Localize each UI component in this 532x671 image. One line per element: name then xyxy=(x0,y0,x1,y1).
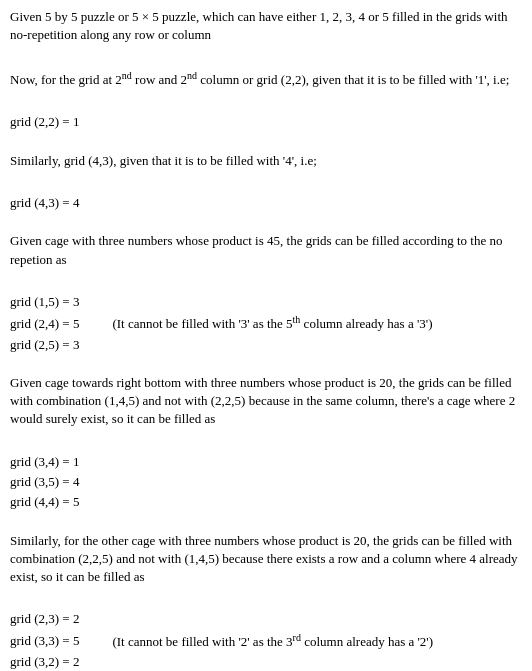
grid-eq-1: grid (2,2) = 1 xyxy=(10,113,522,131)
grid-eq-5: grid (2,5) = 3 xyxy=(10,336,522,354)
grid-eq-10-text: grid (3,3) = 5 xyxy=(10,634,79,649)
grid-eq-9-text: grid (2,3) = 2 xyxy=(10,611,79,626)
main-content: Given 5 by 5 puzzle or 5 × 5 puzzle, whi… xyxy=(10,8,522,671)
grid-eq-11-text: grid (3,2) = 2 xyxy=(10,654,79,669)
text-p2: Now, for the grid at 2nd row and 2nd col… xyxy=(10,72,509,87)
grid-eq-3: grid (1,5) = 3 xyxy=(10,293,522,311)
grid-eq-8: grid (4,4) = 5 xyxy=(10,493,522,511)
grid-eq-9: grid (2,3) = 2 xyxy=(10,610,522,628)
grid-eq-8-text: grid (4,4) = 5 xyxy=(10,494,79,509)
text-p4: Given cage with three numbers whose prod… xyxy=(10,233,502,266)
text-p3: Similarly, grid (4,3), given that it is … xyxy=(10,153,317,168)
grid-eq-10-note: (It cannot be filled with '2' as the 3rd… xyxy=(103,634,433,649)
text-p5: Given cage towards right bottom with thr… xyxy=(10,375,515,426)
paragraph-4: Given cage with three numbers whose prod… xyxy=(10,232,522,268)
text-p1: Given 5 by 5 puzzle or 5 × 5 puzzle, whi… xyxy=(10,9,508,42)
grid-eq-7: grid (3,5) = 4 xyxy=(10,473,522,491)
grid-eq-5-text: grid (2,5) = 3 xyxy=(10,337,79,352)
paragraph-2: Now, for the grid at 2nd row and 2nd col… xyxy=(10,69,522,90)
paragraph-5: Given cage towards right bottom with thr… xyxy=(10,374,522,429)
grid-eq-1-text: grid (2,2) = 1 xyxy=(10,114,79,129)
grid-eq-10: grid (3,3) = 5 (It cannot be filled with… xyxy=(10,630,522,651)
text-p6: Similarly, for the other cage with three… xyxy=(10,533,518,584)
grid-eq-4-text: grid (2,4) = 5 xyxy=(10,316,79,331)
grid-eq-2: grid (4,3) = 4 xyxy=(10,194,522,212)
grid-eq-7-text: grid (3,5) = 4 xyxy=(10,474,79,489)
grid-eq-2-text: grid (4,3) = 4 xyxy=(10,195,79,210)
grid-eq-4: grid (2,4) = 5 (It cannot be filled with… xyxy=(10,313,522,334)
paragraph-6: Similarly, for the other cage with three… xyxy=(10,532,522,587)
grid-eq-3-text: grid (1,5) = 3 xyxy=(10,294,79,309)
grid-eq-11: grid (3,2) = 2 xyxy=(10,653,522,671)
grid-eq-6: grid (3,4) = 1 xyxy=(10,453,522,471)
paragraph-1: Given 5 by 5 puzzle or 5 × 5 puzzle, whi… xyxy=(10,8,522,44)
grid-eq-4-note: (It cannot be filled with '3' as the 5th… xyxy=(103,316,433,331)
grid-eq-6-text: grid (3,4) = 1 xyxy=(10,454,79,469)
paragraph-3: Similarly, grid (4,3), given that it is … xyxy=(10,152,522,170)
